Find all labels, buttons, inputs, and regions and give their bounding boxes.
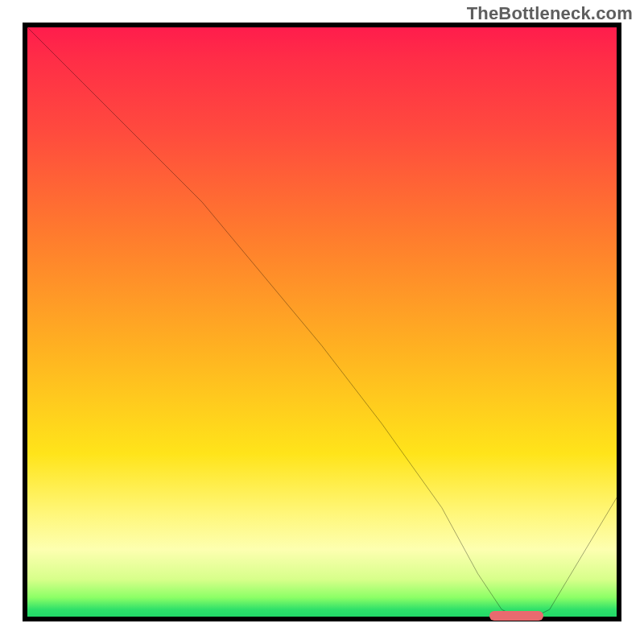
optimal-range-marker [489, 611, 543, 621]
watermark-label: TheBottleneck.com [467, 3, 633, 24]
plot-area [23, 23, 621, 621]
curve-line [23, 23, 621, 621]
chart-container: TheBottleneck.com [0, 0, 644, 644]
bottleneck-curve [23, 23, 621, 621]
